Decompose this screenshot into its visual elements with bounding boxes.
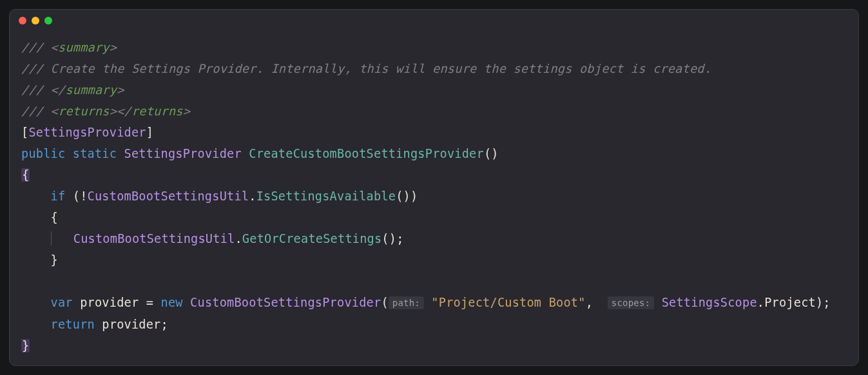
caret-guide [51, 231, 52, 245]
if-statement: if (!CustomBootSettingsUtil.IsSettingsAv… [51, 189, 418, 203]
xmldoc-line: /// </summary> [21, 83, 124, 97]
xmldoc-line: /// <summary> [21, 41, 117, 54]
var-declaration: var provider = new CustomBootSettingsPro… [51, 296, 831, 309]
window-titlebar [10, 10, 858, 32]
inlay-hint-path: path: [389, 296, 424, 309]
return-statement: return provider; [51, 318, 168, 331]
code-window: /// <summary> /// Create the Settings Pr… [9, 9, 859, 366]
method-signature: public static SettingsProvider CreateCus… [21, 147, 499, 160]
brace-open: { [21, 168, 30, 182]
brace-open: { [51, 211, 58, 224]
xmldoc-line: /// <returns></returns> [21, 104, 190, 118]
brace-close: } [21, 339, 30, 352]
brace-close: } [51, 253, 58, 267]
inlay-hint-scopes: scopes: [608, 296, 654, 309]
minimize-icon[interactable] [32, 17, 39, 24]
call-expression: CustomBootSettingsUtil.GetOrCreateSettin… [73, 232, 404, 245]
zoom-icon[interactable] [44, 17, 52, 24]
code-editor[interactable]: /// <summary> /// Create the Settings Pr… [10, 32, 858, 366]
close-icon[interactable] [19, 17, 26, 24]
attribute: [SettingsProvider] [21, 126, 153, 139]
xmldoc-line: /// Create the Settings Provider. Intern… [21, 62, 711, 75]
